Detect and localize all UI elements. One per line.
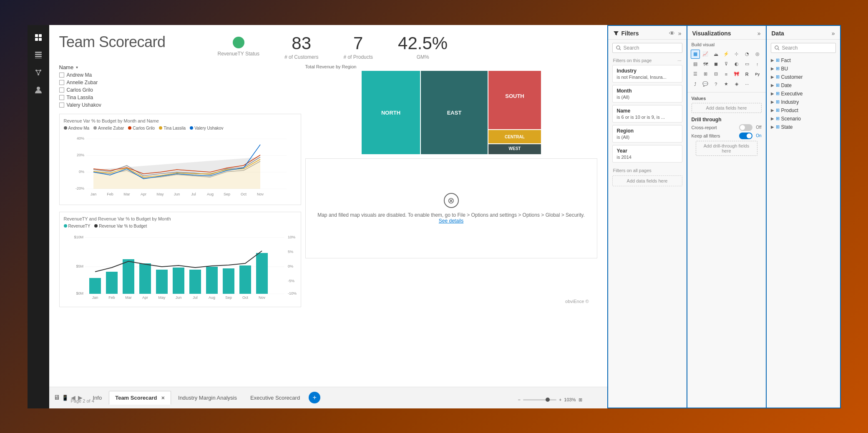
name-item-2[interactable]: Carlos Grilo [59, 87, 301, 93]
viz-pbi-icon[interactable]: ◈ [732, 80, 741, 89]
viz-gauge-icon[interactable]: ◐ [732, 60, 741, 69]
filters-search-input[interactable]: Search [624, 45, 679, 51]
viz-qa-icon[interactable]: ? [711, 80, 720, 89]
tab-close-icon[interactable]: ✕ [161, 395, 165, 400]
zoom-minus[interactable]: − [518, 397, 520, 402]
viz-icons-grid: ▦ 📈 ⛰ ⚡ ⊹ ◔ ◎ ▤ 🗺 ◼ ⊽ ◐ ▭ ↑ ☰ ⊞ ⊟ ≡ 🎀 R [687, 48, 766, 90]
viz-more-icon[interactable]: ··· [742, 80, 752, 89]
svg-text:20%: 20% [76, 153, 84, 157]
data-search-box[interactable]: Search [771, 43, 836, 53]
cross-report-toggle[interactable] [739, 124, 752, 131]
data-item-executive[interactable]: ▶ ⊞ Executive [767, 90, 840, 98]
svg-rect-49 [123, 259, 134, 294]
viz-r-icon[interactable]: R [742, 70, 752, 79]
filters-more-icon[interactable]: ··· [677, 58, 681, 63]
data-expand-icon[interactable]: » [832, 30, 835, 37]
checkbox-0[interactable] [59, 73, 64, 78]
viz-bar-icon[interactable]: ▦ [691, 50, 700, 59]
nav-report-icon[interactable] [33, 32, 44, 43]
viz-table-icon[interactable]: ⊞ [701, 70, 710, 79]
tab-executive[interactable]: Executive Scorecard [244, 391, 306, 405]
keep-filters-toggle[interactable] [739, 133, 752, 139]
tab-team-scorecard[interactable]: Team Scorecard ✕ [109, 391, 171, 405]
viz-line-icon[interactable]: 📈 [701, 50, 710, 59]
name-item-0[interactable]: Andrew Ma [59, 72, 301, 78]
kpi-status: RevenueTY Status [218, 37, 260, 57]
viz-smart-icon[interactable]: ★ [722, 80, 731, 89]
viz-card-icon[interactable]: ▭ [742, 60, 752, 69]
name-item-1[interactable]: Annelie Zubar [59, 80, 301, 85]
filter-expand-icon[interactable]: » [678, 30, 682, 37]
viz-pie-icon[interactable]: ◔ [742, 50, 752, 59]
svg-rect-5 [35, 54, 42, 55]
viz-map-icon[interactable]: 🗺 [701, 60, 710, 69]
data-item-industry[interactable]: ▶ ⊞ Industry [767, 98, 840, 106]
name-item-4[interactable]: Valery Ushakov [59, 102, 301, 108]
data-label-scenario: Scenario [781, 116, 801, 122]
viz-combo-icon[interactable]: ⚡ [722, 50, 731, 59]
filters-search-box[interactable]: Search [612, 43, 682, 53]
zoom-slider[interactable] [523, 399, 556, 400]
filter-card-name[interactable]: Name is 6 or is 10 or is 9, is ... [612, 105, 682, 123]
filters-add-data-fields[interactable]: Add data fields here [612, 175, 682, 186]
filter-card-year[interactable]: Year is 2014 [612, 145, 682, 163]
svg-text:0%: 0% [78, 170, 84, 174]
svg-point-81 [775, 46, 778, 49]
viz-donut-icon[interactable]: ◎ [753, 50, 762, 59]
viz-funnel-icon[interactable]: ⊽ [722, 60, 731, 69]
viz-slicer-icon[interactable]: ☰ [691, 70, 700, 79]
svg-rect-52 [173, 268, 184, 294]
viz-narr-icon[interactable]: 💬 [701, 80, 710, 89]
checkbox-1[interactable] [59, 80, 64, 85]
data-item-state[interactable]: ▶ ⊞ State [767, 123, 840, 131]
viz-kpi-icon[interactable]: ↑ [753, 60, 762, 69]
viz-treemap-icon[interactable]: ▤ [691, 60, 700, 69]
tab-industry[interactable]: Industry Margin Analysis [172, 391, 243, 405]
zoom-plus[interactable]: + [559, 397, 561, 402]
data-search-input[interactable]: Search [782, 45, 832, 51]
data-item-customer[interactable]: ▶ ⊞ Customer [767, 73, 840, 81]
viz-expand-icon[interactable]: » [757, 30, 761, 37]
name-label-3: Tina Lassila [67, 95, 93, 100]
nav-data-icon[interactable] [33, 49, 44, 61]
svg-line-80 [619, 49, 621, 50]
viz-ribbon-icon[interactable]: 🎀 [732, 70, 741, 79]
viz-scatter-icon[interactable]: ⊹ [732, 50, 741, 59]
data-item-date[interactable]: ▶ ⊞ Date [767, 81, 840, 90]
viz-filled-map-icon[interactable]: ◼ [711, 60, 720, 69]
see-details-link[interactable]: See details [439, 218, 463, 224]
fit-icon[interactable]: ⊞ [579, 397, 582, 403]
drill-add-fields[interactable]: Add drill-through fields here [696, 141, 757, 156]
svg-point-14 [37, 87, 40, 90]
filter-card-industry[interactable]: Industry is not Financial, Insura... [612, 65, 682, 83]
data-item-fact[interactable]: ▶ ⊞ Fact [767, 56, 840, 65]
filter-eye-icon[interactable]: 👁 [669, 30, 675, 37]
viz-waterfall-icon[interactable]: ≡ [722, 70, 731, 79]
svg-text:Nov: Nov [258, 295, 265, 300]
cross-report-toggle-label: Off [756, 125, 761, 130]
viz-py-icon[interactable]: Py [753, 70, 762, 79]
checkbox-2[interactable] [59, 88, 64, 93]
viz-decomp-icon[interactable]: ⤴ [691, 80, 700, 89]
line-chart-container: Revenue Var % to Budget by Month and Nam… [59, 114, 301, 205]
nav-model-icon[interactable] [33, 67, 44, 78]
map-disabled-message: Map and filled map visuals are disabled.… [314, 212, 589, 224]
filter-card-region[interactable]: Region is (All) [612, 125, 682, 143]
name-dropdown-icon[interactable]: ▾ [76, 65, 78, 70]
viz-matrix-icon[interactable]: ⊟ [711, 70, 720, 79]
name-label-4: Valery Ushakov [67, 102, 101, 108]
svg-text:Feb: Feb [107, 192, 113, 196]
data-item-product[interactable]: ▶ ⊞ Product [767, 106, 840, 115]
filter-card-month[interactable]: Month is (All) [612, 85, 682, 103]
filter-name-title: Name [617, 108, 678, 114]
viz-add-fields[interactable]: Add data fields here [692, 103, 762, 113]
checkbox-3[interactable] [59, 95, 64, 100]
checkbox-4[interactable] [59, 103, 64, 108]
viz-area-icon[interactable]: ⛰ [711, 50, 720, 59]
data-item-scenario[interactable]: ▶ ⊞ Scenario [767, 115, 840, 123]
charts-area: Name ▾ Andrew Ma Annelie Zubar [59, 64, 597, 307]
data-item-bu[interactable]: ▶ ⊞ BU [767, 65, 840, 73]
name-item-3[interactable]: Tina Lassila [59, 95, 301, 100]
add-tab-button[interactable]: + [309, 392, 320, 403]
nav-person-icon[interactable] [33, 84, 44, 96]
